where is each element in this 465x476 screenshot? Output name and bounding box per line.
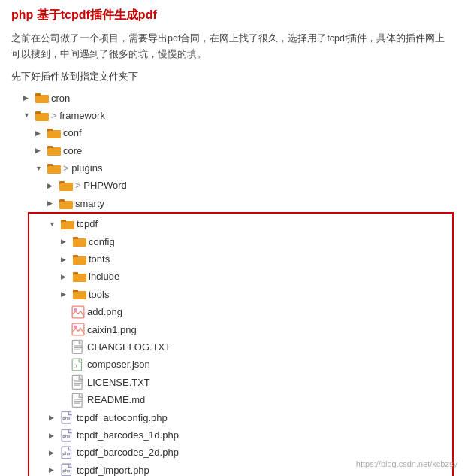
tree-node-cron[interactable]: ▶ cron [11, 89, 454, 107]
node-label-tcpdf_barcodes_2d: tcpdf_barcodes_2d.php [77, 444, 179, 461]
tree-node-core[interactable]: ▶ core [11, 142, 454, 159]
expand-icon: ▶ [49, 411, 59, 423]
node-label-core: core [63, 142, 82, 159]
expand-icon: ▶ [61, 253, 71, 265]
tree-node-tcpdf[interactable]: ▼ tcpdf [29, 215, 452, 232]
file-icon [71, 393, 85, 408]
image-file-icon [71, 323, 85, 336]
tree-node-conf[interactable]: ▶ conf [11, 124, 454, 141]
php-file-icon: php [61, 429, 74, 442]
svg-rect-36 [72, 306, 84, 318]
expand-icon: ▶ [61, 235, 71, 247]
folder-icon [73, 254, 86, 265]
expand-icon: ▼ [23, 109, 34, 121]
folder-icon [47, 163, 61, 174]
folder-icon [47, 145, 61, 156]
svg-rect-38 [72, 323, 84, 335]
node-label-tcpdf_autoconfig: tcpdf_autoconfig.php [77, 409, 168, 426]
svg-rect-23 [62, 222, 74, 229]
node-label-conf: conf [63, 124, 82, 141]
folder-icon [61, 219, 74, 229]
node-label-tcpdf_tools: tools [89, 286, 109, 303]
node-label-framework: > framework [51, 107, 105, 124]
watermark-text: https://blog.csdn.net/xcbzsy [356, 459, 457, 468]
expand-icon: ▼ [49, 218, 59, 230]
tree-node-add_png[interactable]: add.png [29, 303, 452, 320]
node-label-tcpdf_include: include [89, 268, 119, 285]
svg-rect-11 [48, 148, 60, 155]
expand-icon: ▶ [49, 464, 59, 476]
expand-icon: ▶ [61, 288, 71, 300]
svg-rect-32 [74, 274, 86, 281]
expand-icon: ▶ [35, 127, 46, 139]
svg-rect-5 [36, 114, 48, 120]
node-label-add_png: add.png [87, 303, 122, 320]
tree-node-framework[interactable]: ▼ > framework [11, 107, 454, 124]
expand-icon: ▶ [35, 144, 46, 156]
file-tree: ▶ cron▼ > framework▶ conf▶ core▼ > plugi… [11, 89, 454, 477]
tree-node-composer[interactable]: {} composer.json [29, 356, 452, 373]
expand-icon: ▶ [49, 447, 59, 459]
node-label-composer: composer.json [87, 356, 150, 373]
tree-node-changelog[interactable]: CHANGELOG.TXT [29, 338, 452, 356]
node-label-smarty: smarty [75, 195, 104, 212]
folder-icon [73, 271, 86, 282]
tree-node-tcpdf_autoconfig[interactable]: ▶ php tcpdf_autoconfig.php [29, 409, 452, 426]
node-label-tcpdf_fonts: fonts [89, 250, 110, 268]
node-label-changelog: CHANGELOG.TXT [87, 338, 171, 356]
intro-paragraph: 之前在公司做了一个项目，需要导出pdf合同，在网上找了很久，选择用了tcpdf插… [11, 31, 454, 63]
subtitle: 先下好插件放到指定文件夹下 [11, 71, 454, 83]
expand-icon: ▼ [35, 162, 46, 174]
node-label-license: LICENSE.TXT [87, 374, 150, 391]
svg-rect-20 [60, 202, 72, 208]
expand-icon: ▶ [47, 180, 58, 192]
tree-node-phpword[interactable]: ▶ > PHPWord [11, 177, 454, 194]
folder-icon [35, 111, 49, 121]
node-label-phpword: > PHPWord [75, 177, 127, 194]
folder-icon [59, 180, 73, 191]
tree-node-tcpdf_include[interactable]: ▶ include [29, 268, 452, 285]
page-title: php 基于tcpdf插件生成pdf [11, 8, 454, 23]
node-label-readme: README.md [87, 391, 145, 408]
tree-node-license[interactable]: LICENSE.TXT [29, 374, 452, 391]
node-label-cron: cron [51, 89, 70, 107]
tree-node-tcpdf_fonts[interactable]: ▶ fonts [29, 250, 452, 268]
tree-node-plugins[interactable]: ▼ > plugins [11, 159, 454, 177]
node-label-caixin1_png: caixin1.png [87, 321, 137, 338]
tree-node-tcpdf_barcodes_1d[interactable]: ▶ php tcpdf_barcodes_1d.php [29, 426, 452, 444]
svg-rect-8 [48, 131, 60, 138]
node-label-tcpdf_config: config [89, 233, 115, 250]
expand-icon: ▶ [23, 92, 34, 104]
folder-icon [35, 92, 49, 103]
svg-rect-17 [60, 183, 72, 190]
svg-text:php: php [62, 417, 71, 422]
svg-text:php: php [62, 434, 71, 439]
svg-rect-26 [74, 239, 86, 246]
tree-node-caixin1_png[interactable]: caixin1.png [29, 321, 452, 338]
svg-rect-14 [48, 166, 60, 173]
file-icon [71, 374, 85, 390]
node-label-tcpdf: tcpdf [77, 215, 98, 232]
expand-icon: ▶ [61, 271, 71, 283]
node-label-tcpdf_import: tcpdf_import.php [77, 462, 149, 476]
tree-node-readme[interactable]: README.md [29, 391, 452, 408]
node-label-tcpdf_barcodes_1d: tcpdf_barcodes_1d.php [77, 426, 179, 444]
svg-rect-2 [36, 96, 48, 102]
json-file-icon: {} [71, 358, 85, 371]
php-file-icon: php [61, 446, 74, 459]
tree-node-tcpdf_tools[interactable]: ▶ tools [29, 286, 452, 303]
folder-icon [73, 289, 86, 299]
folder-icon [59, 199, 73, 209]
expand-icon: ▶ [49, 429, 59, 441]
folder-icon [73, 236, 86, 247]
tcpdf-highlight-box: ▼ tcpdf▶ config▶ fonts▶ include▶ tools a… [28, 212, 454, 476]
svg-rect-29 [74, 257, 86, 264]
svg-text:php: php [62, 469, 71, 474]
svg-text:php: php [62, 451, 71, 456]
tree-node-tcpdf_config[interactable]: ▶ config [29, 233, 452, 250]
php-file-icon: php [61, 411, 74, 424]
svg-rect-35 [74, 292, 86, 299]
tree-node-smarty[interactable]: ▶ smarty [11, 195, 454, 212]
php-file-icon: php [61, 463, 74, 476]
node-label-plugins: > plugins [63, 159, 102, 177]
